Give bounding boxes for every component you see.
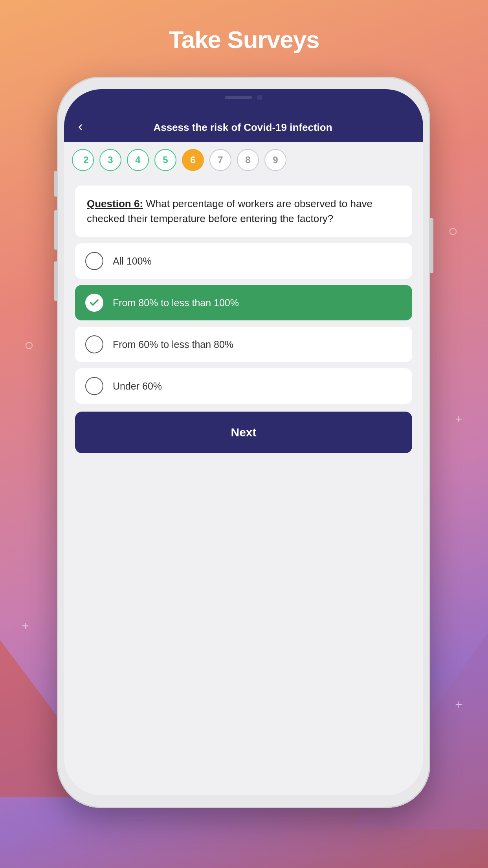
radio-opt1 — [85, 252, 103, 270]
phone-screen: ‹ Assess the risk of Covid-19 infection … — [64, 89, 423, 795]
step-number-6: 6 — [190, 154, 195, 166]
answer-label-4: Under 60% — [113, 381, 162, 392]
step-dot-7[interactable]: 7 — [209, 149, 231, 171]
answer-label-2: From 80% to less than 100% — [113, 297, 239, 309]
step-number-4: 4 — [135, 154, 140, 166]
page-title: Take Surveys — [0, 26, 488, 53]
content-area: Question 6: What percentage of workers a… — [64, 178, 423, 795]
answer-option-1[interactable]: All 100% — [75, 243, 412, 279]
answer-option-2[interactable]: From 80% to less than 100% — [75, 285, 412, 320]
answer-option-3[interactable]: From 60% to less than 80% — [75, 327, 412, 362]
step-number-5: 5 — [163, 154, 168, 166]
bg-plus-right2: + — [455, 698, 462, 711]
answer-option-4[interactable]: Under 60% — [75, 368, 412, 404]
phone-notch — [193, 89, 295, 106]
phone-btn-vol-up — [54, 210, 57, 250]
phone-btn-power — [430, 218, 433, 273]
phone-btn-silent — [54, 171, 57, 197]
step-number-8: 8 — [245, 154, 250, 166]
step-strip: 2 3 4 5 6 7 8 9 — [64, 142, 423, 178]
step-number-3: 3 — [108, 154, 113, 166]
step-dot-5[interactable]: 5 — [154, 149, 176, 171]
step-number-9: 9 — [273, 154, 278, 166]
bg-plus-right1: + — [455, 413, 462, 425]
step-dot-3[interactable]: 3 — [99, 149, 121, 171]
question-card: Question 6: What percentage of workers a… — [75, 186, 412, 237]
step-number-7: 7 — [218, 154, 223, 166]
bg-circle-top-right — [449, 228, 457, 235]
step-dot-8[interactable]: 8 — [237, 149, 259, 171]
next-button[interactable]: Next — [75, 412, 412, 453]
radio-opt4 — [85, 377, 103, 395]
notch-camera — [257, 95, 262, 100]
question-label: Question 6: — [87, 198, 143, 210]
header-title: Assess the risk of Covid-19 infection — [91, 121, 395, 134]
step-dot-2[interactable]: 2 — [72, 149, 94, 171]
phone-btn-vol-down — [54, 261, 57, 301]
phone-frame: ‹ Assess the risk of Covid-19 infection … — [57, 77, 430, 808]
bg-circle-left — [26, 342, 33, 349]
answer-label-1: All 100% — [113, 256, 152, 267]
step-number-2: 2 — [83, 154, 88, 166]
radio-opt3 — [85, 335, 103, 353]
answer-label-3: From 60% to less than 80% — [113, 339, 233, 350]
notch-bar — [225, 96, 252, 99]
checkmark-opt2 — [85, 294, 103, 312]
bg-plus-left: + — [22, 620, 29, 632]
step-dot-4[interactable]: 4 — [127, 149, 149, 171]
back-button[interactable]: ‹ — [78, 120, 83, 134]
step-dot-6[interactable]: 6 — [182, 149, 204, 171]
step-dot-9[interactable]: 9 — [264, 149, 286, 171]
